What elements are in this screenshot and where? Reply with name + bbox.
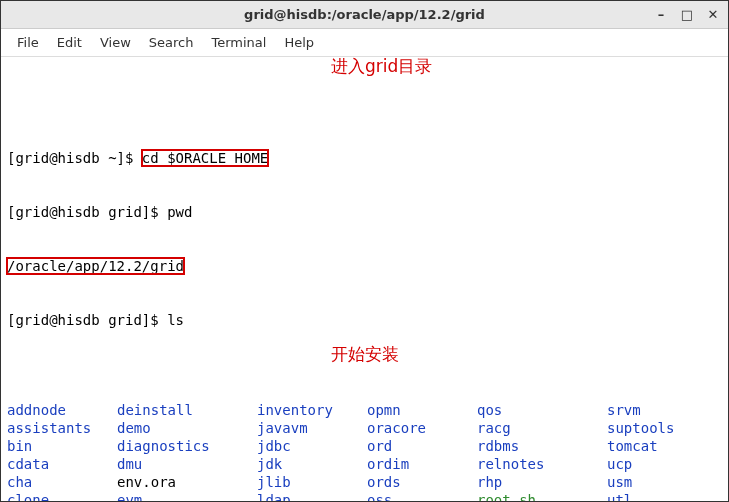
ls-entry: jdbc [257, 437, 367, 455]
window-title: grid@hisdb:/oracle/app/12.2/grid [244, 7, 485, 22]
ls-entry: deinstall [117, 401, 257, 419]
ls-entry: root.sh [477, 491, 607, 502]
ls-entry: ordim [367, 455, 477, 473]
ls-output: addnodedeinstallinventoryopmnqossrvmassi… [7, 401, 722, 502]
ls-entry: ucp [607, 455, 717, 473]
ls-entry: cha [7, 473, 117, 491]
annotation-enter-grid: 进入grid目录 [331, 57, 432, 75]
ls-entry: assistants [7, 419, 117, 437]
ls-entry: srvm [607, 401, 717, 419]
menu-search[interactable]: Search [141, 33, 202, 52]
command-text: ls [167, 312, 184, 328]
ls-entry: dmu [117, 455, 257, 473]
ls-entry: relnotes [477, 455, 607, 473]
ls-entry: diagnostics [117, 437, 257, 455]
ls-entry: jdk [257, 455, 367, 473]
ls-entry: oss [367, 491, 477, 502]
ls-entry: inventory [257, 401, 367, 419]
ls-entry: cdata [7, 455, 117, 473]
ls-entry: tomcat [607, 437, 717, 455]
ls-entry: javavm [257, 419, 367, 437]
annotation-start-install: 开始安装 [331, 345, 399, 363]
ls-entry: rhp [477, 473, 607, 491]
ls-entry: ord [367, 437, 477, 455]
window-titlebar: grid@hisdb:/oracle/app/12.2/grid – □ ✕ [1, 1, 728, 29]
terminal-area[interactable]: 进入grid目录 [grid@hisdb ~]$ cd $ORACLE_HOME… [1, 57, 728, 502]
command-text: pwd [167, 204, 192, 220]
close-button[interactable]: ✕ [704, 5, 722, 23]
menu-edit[interactable]: Edit [49, 33, 90, 52]
ls-entry: clone [7, 491, 117, 502]
highlighted-output: /oracle/app/12.2/grid [7, 258, 184, 274]
ls-entry: opmn [367, 401, 477, 419]
ls-entry: usm [607, 473, 717, 491]
ls-entry: ldap [257, 491, 367, 502]
menu-bar: File Edit View Search Terminal Help [1, 29, 728, 57]
terminal-line: [grid@hisdb grid]$ ls [7, 311, 722, 329]
ls-entry: env.ora [117, 473, 257, 491]
minimize-button[interactable]: – [652, 5, 670, 23]
ls-entry: oracore [367, 419, 477, 437]
terminal-line: /oracle/app/12.2/grid [7, 257, 722, 275]
ls-entry: evm [117, 491, 257, 502]
ls-entry: qos [477, 401, 607, 419]
ls-entry: utl [607, 491, 717, 502]
highlighted-command: cd $ORACLE_HOME [142, 150, 268, 166]
prompt-text: [grid@hisdb grid]$ [7, 312, 167, 328]
ls-entry: jlib [257, 473, 367, 491]
menu-help[interactable]: Help [276, 33, 322, 52]
prompt-text: [grid@hisdb grid]$ [7, 204, 167, 220]
ls-entry: ords [367, 473, 477, 491]
menu-view[interactable]: View [92, 33, 139, 52]
ls-entry: demo [117, 419, 257, 437]
window-controls: – □ ✕ [652, 5, 722, 23]
ls-entry: racg [477, 419, 607, 437]
maximize-button[interactable]: □ [678, 5, 696, 23]
menu-file[interactable]: File [9, 33, 47, 52]
ls-entry: addnode [7, 401, 117, 419]
menu-terminal[interactable]: Terminal [203, 33, 274, 52]
ls-entry: suptools [607, 419, 717, 437]
ls-entry: bin [7, 437, 117, 455]
terminal-line: [grid@hisdb grid]$ pwd [7, 203, 722, 221]
terminal-line: [grid@hisdb ~]$ cd $ORACLE_HOME [7, 149, 722, 167]
ls-entry: rdbms [477, 437, 607, 455]
prompt-text: [grid@hisdb ~]$ [7, 150, 142, 166]
